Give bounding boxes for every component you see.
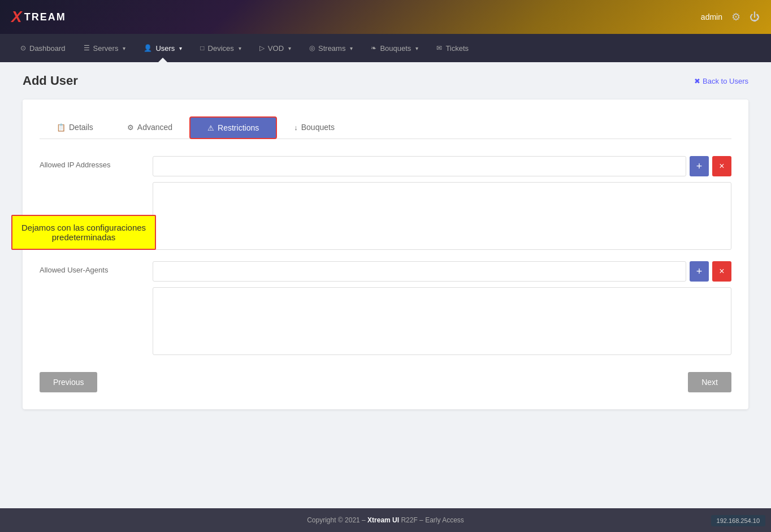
nav-vod[interactable]: ▷ VOD ▾ bbox=[250, 34, 300, 62]
nav-vod-label: VOD bbox=[268, 44, 284, 53]
user-agents-label: Allowed User-Agents bbox=[40, 261, 141, 274]
devices-icon: □ bbox=[200, 44, 204, 52]
ip-add-button[interactable]: + bbox=[690, 156, 709, 176]
tabs: 📋 Details ⚙ Advanced ⚠ Restrictions ↓ Bo… bbox=[40, 116, 731, 139]
servers-icon: ☰ bbox=[84, 44, 90, 52]
logo-x-icon: X bbox=[11, 8, 22, 26]
admin-name: admin bbox=[701, 12, 722, 21]
nav-servers-label: Servers bbox=[93, 44, 119, 53]
users-icon: 👤 bbox=[144, 44, 152, 52]
header-right: admin ⚙ ⏻ bbox=[701, 11, 760, 23]
ip-remove-button[interactable]: × bbox=[712, 156, 731, 176]
nav-bouquets-label: Bouquets bbox=[380, 44, 411, 53]
ua-input-row: + × bbox=[153, 261, 731, 282]
back-label: Back to Users bbox=[703, 77, 748, 85]
main-content: Add User ✖ Back to Users 📋 Details ⚙ Adv… bbox=[0, 62, 771, 508]
dashboard-icon: ⊙ bbox=[20, 44, 26, 52]
footer-version: R22F – Early Access bbox=[399, 516, 464, 524]
footer: Copyright © 2021 – Xtream UI R22F – Earl… bbox=[0, 508, 771, 532]
bouquets-arrow-icon: ▾ bbox=[415, 45, 418, 51]
nav-devices-label: Devices bbox=[208, 44, 234, 53]
annotation-line1: Dejamos con las configuraciones bbox=[21, 223, 146, 232]
tab-bouquets-label: Bouquets bbox=[301, 123, 335, 132]
annotation-line2: predeterminadas bbox=[21, 232, 146, 242]
ip-input-row: + × bbox=[153, 156, 731, 176]
vod-arrow-icon: ▾ bbox=[288, 45, 291, 51]
ip-addresses-controls: + × bbox=[153, 156, 731, 250]
user-agents-textarea[interactable] bbox=[153, 287, 731, 355]
footer-text: Copyright © 2021 – bbox=[307, 516, 367, 524]
header: X TREAM admin ⚙ ⏻ bbox=[0, 0, 771, 34]
nav-tickets-label: Tickets bbox=[445, 44, 469, 53]
users-arrow-icon: ▾ bbox=[179, 45, 182, 51]
nav-dashboard[interactable]: ⊙ Dashboard bbox=[11, 34, 75, 62]
user-agents-row: Allowed User-Agents + × bbox=[40, 261, 731, 355]
footer-brand: Xtream UI bbox=[367, 516, 399, 524]
page-header: Add User ✖ Back to Users bbox=[23, 73, 748, 88]
previous-button[interactable]: Previous bbox=[40, 372, 97, 392]
tab-details[interactable]: 📋 Details bbox=[40, 116, 110, 139]
nav-dashboard-label: Dashboard bbox=[29, 44, 66, 53]
ua-remove-button[interactable]: × bbox=[712, 261, 731, 282]
annotation-box: Dejamos con las configuraciones predeter… bbox=[11, 215, 156, 250]
form-card: 📋 Details ⚙ Advanced ⚠ Restrictions ↓ Bo… bbox=[23, 100, 748, 409]
nav-streams-label: Streams bbox=[318, 44, 345, 53]
user-agents-controls: + × bbox=[153, 261, 731, 355]
tab-restrictions-label: Restrictions bbox=[218, 123, 259, 132]
restrictions-tab-icon: ⚠ bbox=[207, 124, 214, 132]
tab-restrictions[interactable]: ⚠ Restrictions bbox=[189, 116, 277, 139]
tickets-icon: ✉ bbox=[436, 44, 442, 52]
nav-tickets[interactable]: ✉ Tickets bbox=[427, 34, 478, 62]
next-button[interactable]: Next bbox=[688, 372, 731, 392]
nav-bouquets[interactable]: ❧ Bouquets ▾ bbox=[362, 34, 427, 62]
logo: X TREAM bbox=[11, 8, 66, 26]
streams-arrow-icon: ▾ bbox=[350, 45, 353, 51]
bouquets-icon: ❧ bbox=[371, 44, 376, 52]
nav-users[interactable]: 👤 Users ▾ bbox=[135, 34, 191, 62]
ip-badge: 192.168.254.10 bbox=[711, 515, 765, 526]
form-actions: Previous Next bbox=[40, 372, 731, 392]
settings-icon[interactable]: ⚙ bbox=[731, 11, 740, 23]
advanced-tab-icon: ⚙ bbox=[127, 123, 134, 132]
tab-advanced[interactable]: ⚙ Advanced bbox=[110, 116, 189, 139]
navbar: ⊙ Dashboard ☰ Servers ▾ 👤 Users ▾ □ Devi… bbox=[0, 34, 771, 62]
ip-address-input[interactable] bbox=[153, 156, 686, 176]
bouquets-tab-icon: ↓ bbox=[294, 123, 298, 132]
servers-arrow-icon: ▾ bbox=[123, 45, 125, 51]
tab-details-label: Details bbox=[69, 123, 93, 132]
devices-arrow-icon: ▾ bbox=[239, 45, 241, 51]
ua-add-button[interactable]: + bbox=[690, 261, 709, 282]
details-tab-icon: 📋 bbox=[57, 123, 66, 132]
nav-servers[interactable]: ☰ Servers ▾ bbox=[75, 34, 135, 62]
nav-streams[interactable]: ◎ Streams ▾ bbox=[300, 34, 362, 62]
nav-devices[interactable]: □ Devices ▾ bbox=[191, 34, 250, 62]
streams-icon: ◎ bbox=[309, 44, 315, 52]
tab-bouquets[interactable]: ↓ Bouquets bbox=[277, 116, 352, 139]
logo-text: TREAM bbox=[24, 11, 66, 23]
user-agent-input[interactable] bbox=[153, 261, 686, 282]
back-to-users-link[interactable]: ✖ Back to Users bbox=[694, 77, 748, 85]
back-icon: ✖ bbox=[694, 77, 700, 85]
page-title: Add User bbox=[23, 73, 78, 88]
ip-addresses-textarea[interactable] bbox=[153, 182, 731, 250]
ip-addresses-label: Allowed IP Addresses bbox=[40, 156, 141, 169]
vod-icon: ▷ bbox=[259, 44, 265, 52]
nav-users-label: Users bbox=[155, 44, 175, 53]
power-icon[interactable]: ⏻ bbox=[750, 11, 760, 23]
tab-advanced-label: Advanced bbox=[137, 123, 172, 132]
